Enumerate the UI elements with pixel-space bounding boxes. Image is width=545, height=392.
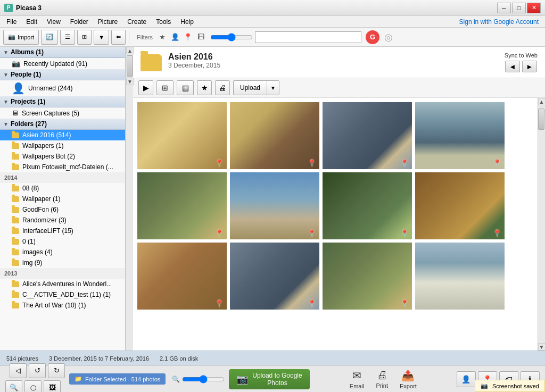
pin-filter[interactable]: 📍: [183, 32, 193, 43]
folder-selected-badge: 📁 Folder Selected - 514 photos: [69, 373, 166, 385]
photo-thumb[interactable]: 📍: [323, 172, 412, 239]
sidebar-item-images[interactable]: images (4): [0, 247, 125, 257]
geo-pin: 📍: [215, 159, 224, 167]
menu-file[interactable]: File: [2, 17, 21, 27]
nav-album-button[interactable]: 🖼: [44, 380, 61, 393]
play-slideshow-button[interactable]: ▶: [138, 80, 153, 95]
people-button[interactable]: 👤: [457, 371, 476, 387]
sidebar-item-active-add[interactable]: C__ACTIVE_ADD_test (11) (1): [0, 289, 125, 300]
nav-view-button[interactable]: 🔍: [5, 380, 22, 393]
photo-thumb[interactable]: 📍: [230, 102, 319, 169]
goodfon-label: GoodFon (6): [22, 206, 59, 213]
nav-mode-button[interactable]: ◯: [24, 380, 42, 393]
person-filter[interactable]: 👤: [170, 32, 180, 43]
star-button[interactable]: ★: [197, 80, 212, 95]
sidebar-item-screen-captures[interactable]: 🖥 Screen Captures (5): [0, 107, 125, 119]
sidebar-scroll-thumb[interactable]: [127, 55, 133, 77]
email-action[interactable]: ✉ Email: [345, 368, 369, 390]
menu-edit[interactable]: Edit: [22, 17, 42, 27]
photo-thumb[interactable]: 📍: [323, 243, 412, 310]
photo-thumb[interactable]: 📍: [137, 172, 227, 239]
print-button[interactable]: 🖨: [215, 80, 230, 95]
geo-pin: 📍: [308, 299, 316, 307]
albums-header[interactable]: ▼ Albums (1): [0, 47, 125, 58]
minimize-button[interactable]: ─: [497, 3, 511, 13]
sidebar-item-unnamed[interactable]: 👤 Unnamed (244): [0, 80, 125, 96]
content-area: Asien 2016 3 December, 2015 Sync to Web …: [133, 47, 545, 351]
search-input[interactable]: [255, 31, 361, 43]
edit-collage-button[interactable]: ⊞: [156, 80, 174, 95]
google-icon: G: [370, 33, 375, 41]
export-label: Export: [400, 383, 417, 389]
signin-link[interactable]: Sign in with Google Account: [455, 17, 543, 27]
photo-thumb[interactable]: 📍: [137, 102, 227, 169]
photo-row-3: 📍 📍 📍: [137, 243, 533, 310]
sync-right-button[interactable]: ►: [522, 61, 537, 72]
sidebar-item-wallpaper[interactable]: Wallpaper (1): [0, 194, 125, 204]
photo-thumb[interactable]: 📍: [230, 172, 319, 239]
zoom-slider[interactable]: [182, 375, 225, 383]
filter-slider[interactable]: [210, 33, 253, 41]
menu-create[interactable]: Create: [123, 17, 151, 27]
folder-icon-wallpapers: [12, 143, 19, 149]
projects-header[interactable]: ▼ Projects (1): [0, 96, 125, 107]
folder-icon-wallpaper: [12, 196, 19, 202]
sidebar-item-asien-2016[interactable]: Asien 2016 (514): [0, 130, 125, 140]
import-dropdown-button[interactable]: 📷 Import: [3, 30, 39, 45]
sidebar-item-0[interactable]: 0 (1): [0, 236, 125, 247]
sidebar-item-alice[interactable]: Alice's Adventures in Wonderl...: [0, 279, 125, 289]
sidebar-item-wallpapers-bot[interactable]: Wallpapers Bot (2): [0, 151, 125, 162]
sidebar-item-art-of-war[interactable]: The Art of War (10) (1): [0, 300, 125, 311]
sidebar-item-recently-updated[interactable]: 📷 Recently Updated (91): [0, 58, 125, 69]
content-scroll-down[interactable]: ▼: [538, 343, 546, 351]
sidebar-scroll-down[interactable]: ▼: [126, 78, 134, 85]
close-button[interactable]: ✕: [527, 3, 541, 13]
menu-view[interactable]: View: [43, 17, 65, 27]
toolbar-button-2[interactable]: 🔄: [41, 30, 58, 45]
google-spinner[interactable]: ◎: [382, 30, 395, 44]
folders-arrow: ▼: [3, 121, 9, 127]
menu-tools[interactable]: Tools: [152, 17, 175, 27]
maximize-button[interactable]: □: [512, 3, 526, 13]
google-picasa-button[interactable]: G: [366, 30, 379, 44]
menu-help[interactable]: Help: [176, 17, 198, 27]
sidebar-item-randomizer[interactable]: Randomizer (3): [0, 215, 125, 226]
export-action[interactable]: 📤 Export: [395, 368, 421, 390]
sidebar-scrollbar[interactable]: ▲ ▼: [126, 47, 133, 351]
nav-back-button[interactable]: ◁: [10, 363, 27, 378]
toolbar-navigate-button[interactable]: ⬅: [111, 30, 126, 45]
menu-picture[interactable]: Picture: [94, 17, 122, 27]
timeline-button[interactable]: ▦: [177, 80, 194, 95]
view-grid-button[interactable]: ⊞: [77, 30, 92, 45]
film-filter[interactable]: 🎞: [195, 32, 206, 43]
photo-thumb[interactable]: [415, 243, 505, 310]
nav-rotate-left[interactable]: ↺: [29, 363, 46, 378]
nav-rotate-right[interactable]: ↻: [48, 363, 65, 378]
print-action[interactable]: 🖨 Print: [371, 368, 392, 390]
sync-left-button[interactable]: ◄: [505, 61, 520, 72]
upload-dropdown-arrow[interactable]: ▼: [267, 81, 279, 95]
sidebar-item-goodfon[interactable]: GoodFon (6): [0, 204, 125, 215]
sidebar-scroll-up[interactable]: ▲: [126, 47, 134, 54]
content-scroll-up[interactable]: ▲: [538, 98, 546, 105]
sidebar-item-08[interactable]: 08 (8): [0, 183, 125, 194]
content-scroll-thumb[interactable]: [538, 109, 544, 130]
sidebar-item-pixum[interactable]: Pixum Fotowelt_mcf-Dateien (...: [0, 162, 125, 172]
folders-header[interactable]: ▼ Folders (27): [0, 119, 125, 130]
people-header[interactable]: ▼ People (1): [0, 69, 125, 80]
photo-thumb[interactable]: 📍: [415, 172, 505, 239]
photo-thumb[interactable]: 📍: [323, 102, 412, 169]
sidebar-item-interfacelift[interactable]: InterfaceLIFT (15): [0, 226, 125, 236]
view-list-button[interactable]: ☰: [60, 30, 75, 45]
menu-folder[interactable]: Folder: [66, 17, 93, 27]
sidebar-item-img[interactable]: img (9): [0, 257, 125, 268]
app-title: P Picasa 3: [4, 4, 42, 12]
upload-google-photos-button[interactable]: 📷 Upload to GooglePhotos: [229, 369, 309, 389]
view-toggle-button[interactable]: ▼: [94, 30, 109, 45]
sidebar-item-wallpapers[interactable]: Wallpapers (1): [0, 140, 125, 151]
star-filter[interactable]: ★: [157, 32, 168, 43]
photo-thumb[interactable]: 📍: [415, 102, 505, 169]
photo-thumb[interactable]: 📍: [137, 243, 227, 310]
photo-thumb[interactable]: 📍: [230, 243, 319, 310]
upload-button[interactable]: Upload ▼: [233, 80, 279, 95]
